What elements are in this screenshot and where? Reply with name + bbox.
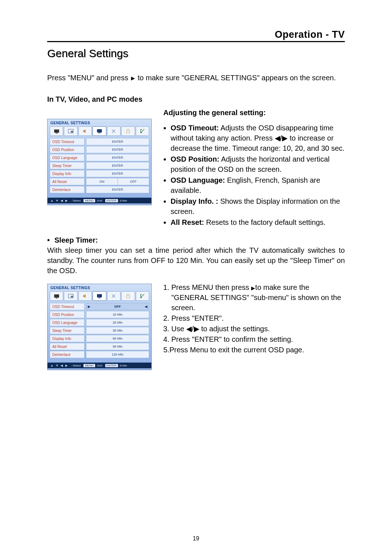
intro-post: to make sure "GENERAL SETTINGS" appears … [138,74,336,82]
footer-select: : Select [71,199,81,202]
steps-list: Press MENU then press ▶to make sure the … [163,282,345,344]
tab-tv-icon [50,126,63,136]
osd-row: OSD TimeoutENTER [50,138,149,145]
osd-row: OSD Language20 Min [50,319,149,326]
bullet-item: OSD Timeout: Adjusts the OSD disappearin… [171,123,345,153]
section-title: General Settings [47,47,345,60]
menu-key: MENU [83,199,95,202]
osd-value: 20 Min [86,319,149,326]
tab-audio-icon [78,291,92,301]
bullet-text: Resets to the factory default settings. [204,218,326,226]
svg-rect-13 [126,296,130,298]
osd-label: Display Info [50,170,85,177]
osd-row: All Reset90 Min [50,343,149,350]
osd-tabs [48,291,151,303]
page-number: 19 [0,535,392,542]
osd-row: OSD LanguageENTER [50,154,149,161]
step-item: 5.Press Menu to exit the current OSD pag… [163,345,345,355]
osd-label: OSD Language [50,319,85,326]
bullet-term: OSD Language: [171,176,225,184]
bullet-term: OSD Position: [171,155,219,163]
on-option: ON [86,178,118,185]
osd-value: ENTER [86,170,149,177]
sleep-text: With sleep timer you can set a time peri… [47,245,345,276]
osd-value: 10 Min [86,311,149,318]
play-icon: ▶ [131,75,135,82]
tab-exit-icon [136,126,149,136]
osd-label: OSD Position [50,146,85,153]
tab-lock-icon [121,126,135,136]
bullet-item: All Reset: Resets to the factory default… [171,217,345,227]
osd-value-onoff: ONOFF [86,178,149,185]
osd-tabs [48,126,151,138]
menu-key: MENU [83,364,95,367]
step-item: Press "ENTER" to confirm the setting. [171,334,345,344]
svg-rect-8 [56,298,57,299]
tab-display-icon [93,126,106,136]
tab-exit-icon [136,291,149,301]
footer-enter: : Enter [119,199,127,202]
osd-value: 120 Min [86,351,149,358]
osd-value: 60 Min [86,335,149,342]
osd-row: Display Info60 Min [50,335,149,342]
osd-value: 90 Min [86,343,149,350]
osd-row: OSD PositionENTER [50,146,149,153]
osd-label: Sleep Timer [50,162,85,169]
osd-label: Deinterlace [50,186,85,193]
svg-rect-12 [98,298,101,299]
svg-rect-11 [97,294,102,297]
osd-label: OSD Language [50,154,85,161]
osd-label: OSD Timeout [50,303,85,310]
arrow-left-icon: ▶ [88,305,90,308]
tab-tv-icon [50,291,63,301]
svg-rect-3 [71,131,73,133]
osd-label: OSD Position [50,311,85,318]
off-option: OFF [118,178,149,185]
footer-exit: : Exit [96,364,102,367]
svg-rect-10 [71,296,73,297]
bullet-term: All Reset: [171,218,204,226]
osd-label: Display Info [50,335,85,342]
osd-row: DeinterlaceENTER [50,186,149,193]
svg-rect-6 [126,131,130,133]
nav-glyphs-icon: ▲ ▼ ◀ ▶ [50,199,68,202]
bullet-list: OSD Timeout: Adjusts the OSD disappearin… [171,123,345,227]
tab-pip-icon [64,126,77,136]
tab-audio-icon [78,126,92,136]
osd-value-selected: ▶OFF◀ [86,303,149,310]
arrow-right-icon: ◀ [145,305,147,308]
osd-row: OSD Timeout▶OFF◀ [50,303,149,310]
tab-tools-icon [107,126,121,136]
step-item: Press "ENTER". [171,313,345,323]
osd-row: Display InfoENTER [50,170,149,177]
tab-tools-icon [107,291,121,301]
page-header: Operation - TV [47,29,345,42]
footer-enter: : Enter [119,364,127,367]
osd-row: Deinterlace120 Min [50,351,149,358]
osd-label: All Reset [50,178,85,185]
svg-rect-4 [97,129,102,133]
svg-rect-1 [56,133,57,134]
intro-pre: Press "MENU" and press [47,74,128,82]
bullet-term: Display Info. : [171,197,218,205]
tab-lock-icon [121,291,135,301]
osd-value: ENTER [86,186,149,193]
osd-label: Sleep Timer [50,327,85,334]
bullet-item: Display Info. : Shows the Display inform… [171,196,345,216]
osd-value: ENTER [86,138,149,145]
intro-text: Press "MENU" and press ▶ to make sure "G… [47,73,345,83]
bullet-item: OSD Position: Adjusts the horizontal and… [171,154,345,174]
footer-exit: : Exit [96,199,102,202]
osd-row: All ResetONOFF [50,178,149,185]
osd-panel-2: GENERAL SETTINGS OSD Timeout▶OFF◀ OSD Po… [47,284,152,370]
svg-rect-7 [54,295,59,298]
osd-row: Sleep TimerENTER [50,162,149,169]
modes-heading: In TV, Video, and PC modes [47,95,345,104]
footer-select: : Select [71,364,81,367]
svg-rect-5 [98,133,101,134]
step-item: Use ◀/▶ to adjust the settings. [171,324,345,334]
osd-footer: ▲ ▼ ◀ ▶ : Select MENU: Exit ENTER: Enter [48,198,151,203]
tab-display-icon [93,291,106,301]
osd-value: ENTER [86,162,149,169]
osd-panel-1: GENERAL SETTINGS OSD TimeoutENTER OSD Po… [47,119,152,205]
